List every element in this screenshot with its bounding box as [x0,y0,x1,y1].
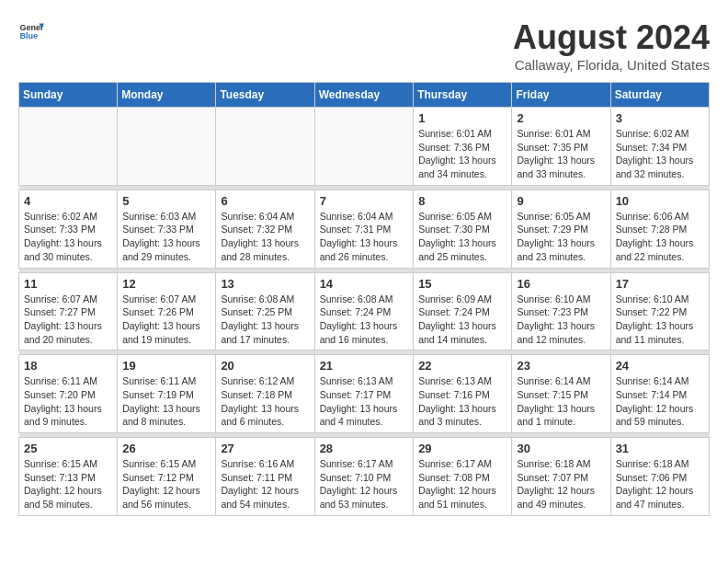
table-cell [314,108,414,186]
day-number: 13 [221,277,309,291]
day-info: Sunrise: 6:16 AMSunset: 7:11 PMDaylight:… [221,457,309,511]
table-cell: 17Sunrise: 6:10 AMSunset: 7:22 PMDayligh… [610,272,709,350]
table-cell: 21Sunrise: 6:13 AMSunset: 7:17 PMDayligh… [314,355,414,433]
day-number: 9 [517,194,605,208]
day-info: Sunrise: 6:12 AMSunset: 7:18 PMDaylight:… [221,374,309,429]
day-info: Sunrise: 6:08 AMSunset: 7:24 PMDaylight:… [320,293,409,347]
day-info: Sunrise: 6:01 AMSunset: 7:36 PMDaylight:… [418,127,506,181]
table-cell: 13Sunrise: 6:08 AMSunset: 7:25 PMDayligh… [216,272,314,350]
day-info: Sunrise: 6:05 AMSunset: 7:29 PMDaylight:… [517,210,605,264]
day-number: 21 [320,359,409,373]
table-cell: 29Sunrise: 6:17 AMSunset: 7:08 PMDayligh… [414,438,512,516]
day-info: Sunrise: 6:08 AMSunset: 7:25 PMDaylight:… [221,293,309,347]
logo-icon: General Blue [18,18,44,44]
col-sunday: Sunday [19,83,118,108]
table-cell: 23Sunrise: 6:14 AMSunset: 7:15 PMDayligh… [512,355,610,433]
table-cell: 25Sunrise: 6:15 AMSunset: 7:13 PMDayligh… [19,438,118,516]
table-cell: 24Sunrise: 6:14 AMSunset: 7:14 PMDayligh… [610,355,709,433]
day-number: 1 [418,111,506,125]
day-number: 28 [320,442,409,455]
table-cell: 5Sunrise: 6:03 AMSunset: 7:33 PMDaylight… [118,190,216,268]
day-info: Sunrise: 6:07 AMSunset: 7:27 PMDaylight:… [24,293,112,347]
day-info: Sunrise: 6:09 AMSunset: 7:24 PMDaylight:… [418,293,506,347]
day-info: Sunrise: 6:05 AMSunset: 7:30 PMDaylight:… [418,210,506,264]
day-info: Sunrise: 6:03 AMSunset: 7:33 PMDaylight:… [122,210,210,264]
table-cell: 14Sunrise: 6:08 AMSunset: 7:24 PMDayligh… [314,272,414,350]
day-info: Sunrise: 6:17 AMSunset: 7:10 PMDaylight:… [320,457,409,511]
day-info: Sunrise: 6:18 AMSunset: 7:07 PMDaylight:… [517,457,605,511]
day-number: 7 [320,194,409,208]
day-info: Sunrise: 6:13 AMSunset: 7:17 PMDaylight:… [320,374,409,429]
day-number: 2 [517,111,605,125]
day-info: Sunrise: 6:04 AMSunset: 7:32 PMDaylight:… [221,210,309,264]
day-number: 29 [418,442,506,455]
day-info: Sunrise: 6:11 AMSunset: 7:20 PMDaylight:… [24,374,112,429]
table-cell: 15Sunrise: 6:09 AMSunset: 7:24 PMDayligh… [414,272,512,350]
day-number: 6 [221,194,309,208]
day-number: 27 [221,442,309,455]
day-number: 24 [616,359,704,373]
location-title: Callaway, Florida, United States [513,57,710,73]
table-cell: 11Sunrise: 6:07 AMSunset: 7:27 PMDayligh… [19,272,118,350]
svg-text:Blue: Blue [19,31,38,40]
day-info: Sunrise: 6:15 AMSunset: 7:13 PMDaylight:… [24,457,112,511]
col-thursday: Thursday [414,83,512,108]
day-number: 5 [122,194,210,208]
day-info: Sunrise: 6:04 AMSunset: 7:31 PMDaylight:… [320,210,409,264]
day-number: 20 [221,359,309,373]
day-number: 19 [122,359,210,373]
col-friday: Friday [512,83,610,108]
day-number: 11 [24,277,112,291]
table-cell [118,108,216,186]
day-info: Sunrise: 6:07 AMSunset: 7:26 PMDaylight:… [122,293,210,347]
week-row-2: 4Sunrise: 6:02 AMSunset: 7:33 PMDaylight… [19,190,710,268]
table-cell: 20Sunrise: 6:12 AMSunset: 7:18 PMDayligh… [216,355,314,433]
table-cell: 10Sunrise: 6:06 AMSunset: 7:28 PMDayligh… [610,190,709,268]
week-row-5: 25Sunrise: 6:15 AMSunset: 7:13 PMDayligh… [19,438,710,516]
day-number: 14 [320,277,409,291]
day-number: 8 [418,194,506,208]
day-info: Sunrise: 6:14 AMSunset: 7:14 PMDaylight:… [616,374,704,429]
table-cell: 26Sunrise: 6:15 AMSunset: 7:12 PMDayligh… [118,438,216,516]
col-tuesday: Tuesday [216,83,314,108]
calendar-table: Sunday Monday Tuesday Wednesday Thursday… [18,82,710,516]
page-header: General Blue August 2024 Callaway, Flori… [18,18,710,73]
day-info: Sunrise: 6:17 AMSunset: 7:08 PMDaylight:… [418,457,506,511]
header-row: Sunday Monday Tuesday Wednesday Thursday… [19,83,710,108]
week-row-1: 1Sunrise: 6:01 AMSunset: 7:36 PMDaylight… [19,108,710,186]
table-cell: 31Sunrise: 6:18 AMSunset: 7:06 PMDayligh… [610,438,709,516]
day-number: 16 [517,277,605,291]
day-number: 18 [24,359,112,373]
col-monday: Monday [118,83,216,108]
table-cell: 19Sunrise: 6:11 AMSunset: 7:19 PMDayligh… [118,355,216,433]
table-cell: 28Sunrise: 6:17 AMSunset: 7:10 PMDayligh… [314,438,414,516]
day-number: 15 [418,277,506,291]
day-number: 4 [24,194,112,208]
day-info: Sunrise: 6:11 AMSunset: 7:19 PMDaylight:… [122,374,210,429]
logo: General Blue [18,18,44,44]
day-number: 23 [517,359,605,373]
table-cell: 18Sunrise: 6:11 AMSunset: 7:20 PMDayligh… [19,355,118,433]
day-number: 30 [517,442,605,455]
day-number: 25 [24,442,112,455]
day-info: Sunrise: 6:15 AMSunset: 7:12 PMDaylight:… [122,457,210,511]
day-info: Sunrise: 6:18 AMSunset: 7:06 PMDaylight:… [616,457,704,511]
table-cell: 3Sunrise: 6:02 AMSunset: 7:34 PMDaylight… [610,108,709,186]
table-cell: 2Sunrise: 6:01 AMSunset: 7:35 PMDaylight… [512,108,610,186]
table-cell: 8Sunrise: 6:05 AMSunset: 7:30 PMDaylight… [414,190,512,268]
table-cell: 4Sunrise: 6:02 AMSunset: 7:33 PMDaylight… [19,190,118,268]
table-cell: 6Sunrise: 6:04 AMSunset: 7:32 PMDaylight… [216,190,314,268]
day-info: Sunrise: 6:14 AMSunset: 7:15 PMDaylight:… [517,374,605,429]
table-cell [19,108,118,186]
week-row-3: 11Sunrise: 6:07 AMSunset: 7:27 PMDayligh… [19,272,710,350]
col-wednesday: Wednesday [314,83,414,108]
day-number: 22 [418,359,506,373]
day-number: 26 [122,442,210,455]
month-title: August 2024 [513,18,710,57]
day-info: Sunrise: 6:06 AMSunset: 7:28 PMDaylight:… [616,210,704,264]
day-number: 12 [122,277,210,291]
table-cell: 12Sunrise: 6:07 AMSunset: 7:26 PMDayligh… [118,272,216,350]
table-cell: 30Sunrise: 6:18 AMSunset: 7:07 PMDayligh… [512,438,610,516]
day-info: Sunrise: 6:13 AMSunset: 7:16 PMDaylight:… [418,374,506,429]
day-number: 10 [616,194,704,208]
